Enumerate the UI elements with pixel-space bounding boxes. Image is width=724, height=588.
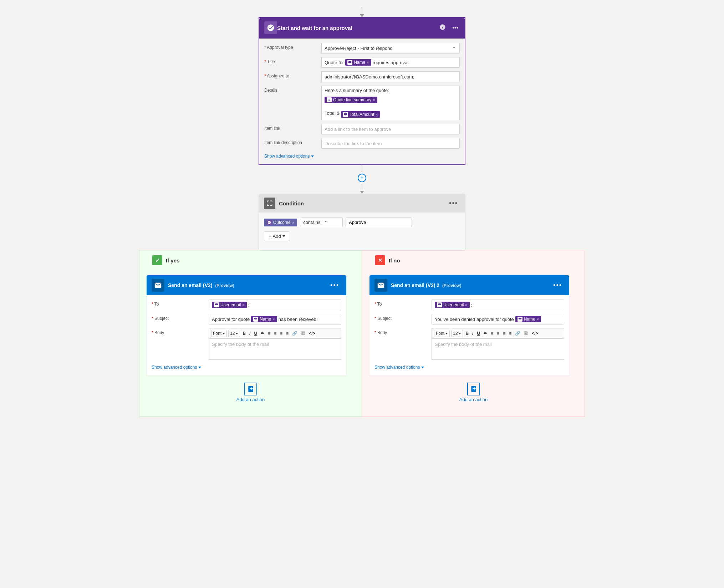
subject-name-token-yes[interactable]: Name ×	[251, 316, 277, 322]
code-btn-yes[interactable]: </>	[308, 330, 316, 337]
email-yes-advanced-chevron	[198, 367, 201, 368]
email-no-body-textarea[interactable]: Specify the body of the mail	[432, 338, 564, 360]
condition-operator-select[interactable]: contains	[300, 218, 343, 227]
middle-connector: +	[358, 165, 366, 194]
send-email-yes-header: Send an email (V2) (Preview) •••	[147, 275, 346, 295]
condition-more-button[interactable]: •••	[447, 199, 460, 208]
branch-no: ✕ If no Send an email (V2) 2 (Preview) •…	[362, 251, 585, 417]
condition-add-button[interactable]: + Add	[264, 231, 290, 241]
item-link-desc-input[interactable]: Describe the link to the item	[321, 138, 460, 149]
to-semicolon-yes: ;	[248, 302, 250, 308]
title-name-token[interactable]: Name ×	[345, 59, 371, 66]
email-yes-subject-label: Subject	[152, 314, 209, 321]
email-no-to-input[interactable]: User email × ;	[432, 300, 564, 310]
email-yes-body-textarea[interactable]: Specify the body of the mail	[209, 338, 341, 360]
title-input[interactable]: Quote for Name × requires approval	[321, 57, 460, 68]
link-btn-no[interactable]: 🔗	[514, 330, 521, 337]
italic-btn-yes[interactable]: I	[248, 330, 251, 337]
outdent-btn-yes[interactable]: ≡	[285, 330, 290, 337]
subject-token-close-yes[interactable]: ×	[272, 317, 275, 321]
email-no-subject-input[interactable]: You've been denied approval for quote Na…	[432, 314, 564, 324]
email-no-body-label: Body	[374, 328, 432, 335]
bold-btn-yes[interactable]: B	[241, 330, 247, 337]
user-email-close-no[interactable]: ×	[465, 303, 467, 307]
details-token2[interactable]: Total Amount ×	[341, 111, 380, 118]
email-no-to-label: To	[374, 300, 432, 307]
token-db-icon2	[343, 112, 348, 117]
assigned-to-label: Assigned to	[264, 71, 321, 78]
add-action-no[interactable]: Add an action	[369, 375, 577, 409]
subject-prefix-no: You've been denied approval for quote	[435, 317, 514, 322]
font-select-yes[interactable]: Font	[211, 330, 227, 337]
indent-btn-no[interactable]: ≡	[502, 330, 506, 337]
title-token-label: Name	[354, 60, 365, 65]
email-no-body-container: Font 12 B I U ✏	[432, 328, 564, 360]
user-email-token-no[interactable]: User email ×	[435, 302, 470, 308]
subject-token-close-no[interactable]: ×	[537, 317, 539, 321]
unlink-btn-yes[interactable]: ⛓	[300, 330, 306, 337]
approval-type-select[interactable]: Approve/Reject - First to respond	[321, 43, 460, 53]
approval-more-button[interactable]: •••	[451, 24, 460, 32]
ol-btn-no[interactable]: ≡	[496, 330, 500, 337]
bold-btn-no[interactable]: B	[464, 330, 470, 337]
email-no-advanced-chevron	[421, 367, 424, 368]
email-no-subject-row: Subject You've been denied approval for …	[374, 314, 564, 324]
font-size-no: 12	[453, 331, 458, 336]
font-size-select-no[interactable]: 12	[451, 330, 463, 337]
email-no-more-button[interactable]: •••	[551, 281, 564, 290]
item-link-input[interactable]: Add a link to the item to approve	[321, 124, 460, 134]
condition-value-input[interactable]	[346, 218, 412, 227]
email-no-show-advanced[interactable]: Show advanced options	[374, 363, 564, 371]
approval-type-row: * Approval type Approve/Reject - First t…	[264, 43, 460, 53]
email-yes-subject-input[interactable]: Approval for quote Name × has been recie…	[209, 314, 341, 324]
user-email-label-no: User email	[443, 302, 464, 307]
font-size-yes: 12	[230, 331, 235, 336]
ul-btn-no[interactable]: ≡	[490, 330, 494, 337]
email-yes-more-button[interactable]: •••	[328, 281, 341, 290]
title-token-close[interactable]: ×	[367, 60, 369, 65]
code-btn-no[interactable]: </>	[531, 330, 539, 337]
font-size-select-yes[interactable]: 12	[228, 330, 240, 337]
email-yes-to-row: To User email × ;	[152, 300, 341, 310]
send-email-no-header: Send an email (V2) 2 (Preview) •••	[369, 275, 569, 295]
send-email-no-card: Send an email (V2) 2 (Preview) ••• To	[369, 275, 569, 375]
underline-btn-no[interactable]: U	[476, 330, 481, 337]
indent-btn-yes[interactable]: ≡	[279, 330, 284, 337]
email-yes-toolbar: Font 12 B I U ✏	[209, 328, 341, 338]
details-token1[interactable]: x Quote line summary ×	[325, 97, 377, 103]
underline-btn-yes[interactable]: U	[253, 330, 258, 337]
title-prefix: Quote for	[325, 60, 344, 65]
approval-show-advanced[interactable]: Show advanced options	[264, 152, 460, 160]
add-action-yes[interactable]: Add an action	[147, 375, 355, 409]
font-label-yes: Font	[213, 331, 221, 336]
email-yes-show-advanced[interactable]: Show advanced options	[152, 363, 341, 371]
link-btn-yes[interactable]: 🔗	[291, 330, 299, 337]
outcome-token-close[interactable]: ×	[292, 220, 294, 225]
details-input[interactable]: Here's a summary of the quote: x Quote l…	[321, 86, 460, 120]
details-token1-close[interactable]: ×	[373, 98, 375, 102]
add-action-label-yes: Add an action	[236, 397, 265, 402]
user-email-label-yes: User email	[220, 302, 241, 307]
ul-btn-yes[interactable]: ≡	[267, 330, 271, 337]
ol-btn-yes[interactable]: ≡	[273, 330, 277, 337]
approval-info-button[interactable]	[438, 23, 447, 32]
outdent-btn-no[interactable]: ≡	[508, 330, 513, 337]
condition-add-row: + Add	[264, 231, 460, 241]
assigned-to-input[interactable]: administrator@BASDemo.onmicrosoft.com;	[321, 71, 460, 82]
pencil-btn-yes[interactable]: ✏	[260, 330, 265, 337]
email-yes-to-label: To	[152, 300, 209, 307]
italic-btn-no[interactable]: I	[471, 330, 474, 337]
add-connector-btn[interactable]: +	[358, 174, 366, 182]
user-email-token-yes[interactable]: User email ×	[212, 302, 247, 308]
font-select-no[interactable]: Font	[434, 330, 450, 337]
pencil-btn-no[interactable]: ✏	[483, 330, 488, 337]
unlink-btn-no[interactable]: ⛓	[523, 330, 529, 337]
email-yes-to-input[interactable]: User email × ;	[209, 300, 341, 310]
user-email-icon-no	[437, 302, 442, 307]
subject-name-token-no[interactable]: Name ×	[515, 316, 541, 322]
outcome-token[interactable]: Outcome ×	[264, 219, 297, 226]
user-email-close-yes[interactable]: ×	[242, 303, 244, 307]
add-icon: +	[269, 234, 271, 239]
outcome-icon	[267, 220, 272, 225]
details-token2-close[interactable]: ×	[376, 112, 378, 117]
